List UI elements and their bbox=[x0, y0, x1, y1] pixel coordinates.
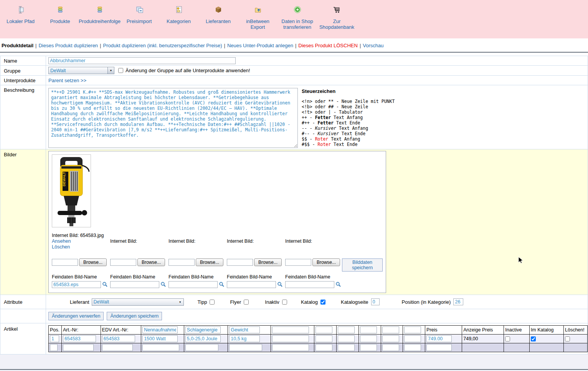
toolbar-item-preisimport[interactable]: Preisimport bbox=[119, 0, 159, 38]
loeschen-link[interactable]: Löschen bbox=[52, 244, 70, 250]
browse-button-5[interactable]: Browse... bbox=[312, 258, 340, 266]
toolbar-item-label: Produkte bbox=[50, 18, 70, 24]
edv-artnr-input[interactable] bbox=[102, 335, 135, 342]
header-col7-input[interactable] bbox=[272, 326, 309, 333]
toolbar-item-inbetween-export[interactable]: inBetween Export bbox=[238, 0, 277, 38]
magnifier-icon[interactable] bbox=[277, 282, 282, 288]
toolbar-item-produkte[interactable]: Produkte bbox=[40, 0, 80, 38]
magnifier-icon[interactable] bbox=[335, 282, 341, 288]
file-input-2[interactable] bbox=[110, 259, 136, 266]
tipp-checkbox[interactable] bbox=[210, 300, 215, 305]
inactive-checkbox[interactable] bbox=[505, 336, 510, 341]
legend-line: <!n> oder ** - Neue Zeile mit PUNKT bbox=[302, 99, 395, 104]
artnr-input[interactable] bbox=[63, 335, 96, 342]
magnifier-icon[interactable] bbox=[219, 282, 224, 288]
col12-input[interactable] bbox=[404, 335, 421, 342]
gruppe-apply-checkbox[interactable] bbox=[118, 68, 123, 73]
col7-input[interactable] bbox=[272, 335, 309, 342]
ansehen-link[interactable]: Ansehen bbox=[52, 238, 71, 244]
feindaten-input-2[interactable] bbox=[110, 281, 159, 288]
new-edv-input[interactable] bbox=[102, 344, 133, 351]
browse-button-2[interactable]: Browse... bbox=[137, 258, 165, 266]
new-col5-input[interactable] bbox=[185, 344, 218, 351]
new-col11-input[interactable] bbox=[382, 344, 399, 351]
header-loeschen: Löschen! bbox=[564, 326, 588, 335]
magnifier-icon[interactable] bbox=[160, 282, 166, 288]
gewicht-input[interactable] bbox=[229, 335, 260, 342]
header-col8-input[interactable] bbox=[315, 326, 332, 333]
flyer-checkbox[interactable] bbox=[244, 300, 249, 305]
browse-button-1[interactable]: Browse... bbox=[79, 258, 107, 266]
name-input[interactable] bbox=[48, 57, 236, 64]
aenderungen-verwerfen-button[interactable]: Änderungen verwerfen bbox=[48, 312, 104, 320]
feindaten-col-5: Feindaten Bild-Name bbox=[285, 274, 344, 288]
col10-input[interactable] bbox=[360, 335, 377, 342]
magnifier-icon[interactable] bbox=[102, 282, 107, 288]
header-col4-input[interactable] bbox=[142, 326, 178, 333]
katalog-checkbox[interactable] bbox=[320, 300, 325, 305]
katalogseite-input[interactable] bbox=[371, 298, 380, 305]
new-col4-input[interactable] bbox=[142, 344, 179, 351]
loeschen-checkbox[interactable] bbox=[565, 336, 570, 341]
row-actions: Änderungen verwerfen Änderungen speicher… bbox=[0, 309, 588, 323]
pos-input[interactable] bbox=[50, 335, 59, 342]
new-col7-input[interactable] bbox=[272, 344, 309, 351]
menu-vorschau[interactable]: Vorschau bbox=[363, 43, 383, 48]
new-col8-input[interactable] bbox=[315, 344, 332, 351]
header-col11-input[interactable] bbox=[382, 326, 399, 333]
katalogseite-label: Katalogseite bbox=[341, 299, 368, 305]
lieferant-select-value: DeWalt bbox=[92, 299, 177, 305]
new-col10-input[interactable] bbox=[360, 344, 377, 351]
schlagenergie-input[interactable] bbox=[185, 335, 221, 342]
file-input-3[interactable] bbox=[168, 259, 195, 266]
gruppe-select[interactable]: DeWalt ▼ bbox=[48, 67, 114, 74]
new-pos-input[interactable] bbox=[50, 344, 58, 351]
toolbar-item-daten-in-shop[interactable]: Daten in Shop transferieren bbox=[277, 0, 317, 38]
browse-button-4[interactable]: Browse... bbox=[254, 258, 282, 266]
beschreibung-textarea[interactable]: **++D 25901 K.#++ **SDS-max Werkzeugaufn… bbox=[48, 88, 298, 148]
file-input-4[interactable] bbox=[227, 259, 253, 266]
position-input[interactable] bbox=[453, 298, 463, 305]
bild-caption: Internet Bild: 654583.jpg bbox=[52, 233, 110, 238]
file-input-1[interactable] bbox=[52, 259, 78, 266]
feindaten-input-4[interactable] bbox=[227, 281, 276, 288]
col11-input[interactable] bbox=[382, 335, 399, 342]
toolbar-item-lieferanten[interactable]: Lieferanten bbox=[198, 0, 238, 38]
nennaufnahme-input[interactable] bbox=[142, 335, 178, 342]
new-col9-input[interactable] bbox=[338, 344, 355, 351]
header-col5-input[interactable] bbox=[185, 326, 221, 333]
legend-line: #++ - Fetter Text Ende bbox=[302, 120, 395, 126]
header-col6-input[interactable] bbox=[229, 326, 260, 333]
toolbar-item-zur-shopdatenbank[interactable]: Zur Shopdatenbank bbox=[317, 0, 357, 38]
menu-produkt-duplizieren-preise[interactable]: Produkt duplizieren (inkl. benutzerspezi… bbox=[103, 43, 222, 48]
header-col10-input[interactable] bbox=[360, 326, 377, 333]
aenderungen-speichern-button[interactable]: Änderungen speichern bbox=[107, 312, 162, 320]
preis-input[interactable] bbox=[426, 335, 452, 342]
new-col6-input[interactable] bbox=[229, 344, 262, 351]
lieferant-select[interactable]: DeWalt ▼ bbox=[92, 298, 184, 306]
col9-input[interactable] bbox=[338, 335, 355, 342]
col8-input[interactable] bbox=[315, 335, 332, 342]
parent-setzen-link[interactable]: Parent setzen >> bbox=[48, 78, 86, 83]
new-preis-input[interactable] bbox=[426, 344, 452, 351]
menu-produkt-duplizieren[interactable]: Dieses Produkt duplizieren bbox=[38, 43, 98, 48]
header-col12-input[interactable] bbox=[404, 326, 421, 333]
menu-produkt-loeschen[interactable]: Dieses Produkt LÖSCHEN bbox=[298, 43, 358, 48]
bilddaten-speichern-button[interactable]: Bilddaten speichern bbox=[342, 258, 383, 272]
feindaten-label: Feindaten Bild-Name bbox=[110, 274, 168, 280]
inaktiv-checkbox[interactable] bbox=[282, 300, 287, 305]
new-artnr-input[interactable] bbox=[63, 344, 94, 351]
browse-button-3[interactable]: Browse... bbox=[196, 258, 223, 266]
row-name: Name bbox=[0, 56, 588, 66]
im-katalog-checkbox[interactable] bbox=[531, 336, 536, 341]
toolbar-item-lokaler-pfad[interactable]: Lokaler Pfad bbox=[1, 0, 40, 38]
feindaten-input-3[interactable] bbox=[168, 281, 218, 288]
feindaten-input-1[interactable] bbox=[52, 281, 101, 288]
header-col9-input[interactable] bbox=[338, 326, 355, 333]
toolbar-item-kategorien[interactable]: Kategorien bbox=[159, 0, 198, 38]
file-input-5[interactable] bbox=[285, 259, 311, 266]
toolbar-item-produktreihenfolge[interactable]: Produktreihenfolge bbox=[80, 0, 119, 38]
menu-neues-unterprodukt[interactable]: Neues Unter-Produkt anlegen bbox=[227, 43, 293, 48]
new-col12-input[interactable] bbox=[404, 344, 421, 351]
feindaten-input-5[interactable] bbox=[285, 281, 334, 288]
